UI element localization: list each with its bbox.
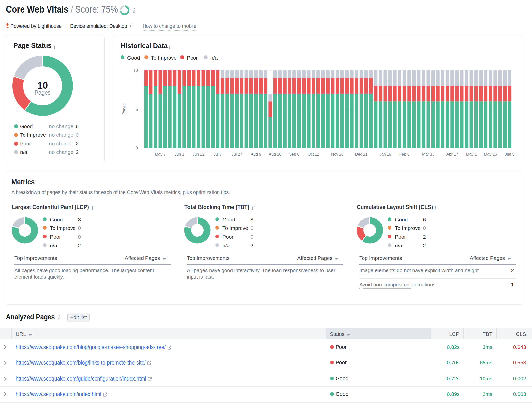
- svg-text:Feb 6: Feb 6: [399, 152, 410, 156]
- svg-text:Pages: Pages: [122, 103, 126, 114]
- svg-text:0: 0: [136, 146, 138, 150]
- svg-text:Dec 21: Dec 21: [355, 152, 368, 156]
- svg-text:Mar 13: Mar 13: [422, 152, 435, 156]
- svg-text:May 7: May 7: [155, 152, 166, 156]
- svg-text:May 15: May 15: [484, 152, 497, 156]
- svg-text:Nov 28: Nov 28: [331, 152, 344, 156]
- svg-text:Jul 27: Jul 27: [232, 152, 242, 156]
- svg-text:Jun 22: Jun 22: [193, 152, 204, 156]
- svg-text:10: 10: [133, 68, 138, 73]
- svg-text:Sep 8: Sep 8: [289, 152, 299, 156]
- svg-text:Apr 17: Apr 17: [446, 152, 458, 156]
- svg-text:May 1: May 1: [466, 152, 477, 156]
- svg-text:Oct 12: Oct 12: [308, 152, 319, 156]
- svg-text:Jul 7: Jul 7: [214, 152, 222, 156]
- svg-text:Aug 9: Aug 9: [251, 152, 261, 156]
- svg-text:Jun 5: Jun 5: [505, 152, 514, 156]
- svg-text:Jan 16: Jan 16: [379, 152, 391, 156]
- svg-text:5: 5: [136, 107, 138, 112]
- svg-text:Aug 18: Aug 18: [269, 152, 282, 156]
- svg-text:Jun 1: Jun 1: [175, 152, 184, 156]
